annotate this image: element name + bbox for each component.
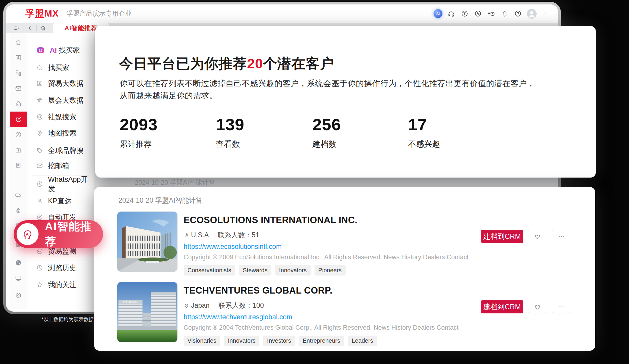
rail-delivery-truck-icon[interactable] — [12, 189, 25, 202]
rail-settings-icon[interactable] — [12, 289, 25, 302]
rail-briefcase-dollar-icon[interactable] — [12, 144, 25, 157]
company-contacts-count: 联系人数：51 — [218, 231, 259, 240]
tag-chip: Pioneers — [314, 265, 346, 276]
rail-whatsapp-icon[interactable] — [12, 256, 25, 269]
company-row[interactable]: OFFICE SIGNTECHVENTURES GLOBAL CORP.Japa… — [117, 282, 571, 344]
translate-icon[interactable] — [460, 9, 469, 18]
icon-rail — [10, 33, 27, 309]
company-actions: 建档到CRM — [481, 300, 571, 313]
tag-chip: Stewards — [239, 265, 271, 276]
crm-button[interactable]: 建档到CRM — [481, 300, 523, 313]
summary-title-suffix: 个潜在客户 — [263, 56, 334, 71]
menu-item-kp-direct[interactable]: KP直达 — [36, 194, 91, 207]
menu-item-global-brand-search[interactable]: 全球品牌搜 — [36, 144, 91, 157]
menu-item-trade-big-data[interactable]: 贸易大数据 — [36, 77, 91, 90]
tag-chip: Leaders — [348, 336, 377, 346]
menu-item-map-search[interactable]: 地图搜索 — [36, 127, 91, 140]
notification-bell-icon[interactable] — [500, 9, 509, 18]
menu-item-social-search[interactable]: 社媒搜索 — [36, 110, 91, 123]
star-icon — [36, 281, 43, 288]
company-copyright: Copyright ® 2009 EcoSolutions Internatio… — [184, 254, 542, 261]
ai-gradient-text: AI — [50, 46, 57, 54]
menu-item-find-buyers-label: 找买家 — [48, 63, 69, 73]
company-website-link[interactable]: https://www.ecosolutionsintl.com — [184, 243, 542, 251]
menu-item-mail-mining-label: 挖邮箱 — [48, 161, 69, 170]
company-country: Japan — [191, 302, 210, 310]
favorite-button[interactable] — [528, 300, 547, 313]
rail-money-bag-icon[interactable] — [12, 204, 25, 217]
recommend-list-card: 2024-10-20 孚盟AI智能计算 ECOSOLUTIONS INTERNA… — [94, 187, 595, 351]
summary-title-prefix: 今日平台已为你推荐 — [119, 56, 247, 71]
tag-chip: Conservationists — [184, 265, 235, 276]
svg-text:OFFICE SIGN: OFFICE SIGN — [123, 301, 138, 303]
rail-shopping-bag-icon[interactable] — [12, 97, 25, 110]
ai-assistant-icon[interactable]: AI — [434, 9, 442, 18]
company-thumbnail[interactable] — [117, 211, 178, 272]
rail-org-chart-icon[interactable] — [12, 67, 25, 80]
more-button[interactable] — [552, 230, 571, 243]
company-account-name: 孚盟产品演示专用企业 — [67, 9, 132, 18]
tag-chip: Entrepreneurs — [299, 336, 344, 346]
stat-label: 建档数 — [312, 139, 341, 149]
company-row[interactable]: ECOSOLUTIONS INTERNATIONAL INC.U.S.A联系人数… — [117, 211, 571, 273]
summary-description: 你可以在推荐列表不断过滤掉自己不感兴趣的客户，系统会基于你的操作行为，个性化推荐… — [120, 78, 537, 102]
company-thumbnail[interactable]: OFFICE SIGN — [117, 282, 178, 342]
stat-block: 139查看数 — [216, 115, 244, 149]
search-icon — [36, 64, 43, 71]
stat-label: 累计推荐 — [120, 139, 158, 149]
marketing-canvas: 孚盟MX 孚盟产品演示专用企业 AI AI智能推荐 AI找买家找买家贸易大数据展… — [0, 0, 629, 364]
menu-divider — [32, 158, 89, 158]
whatsapp-icon[interactable] — [474, 9, 482, 18]
company-tags: VisionariesInnovatorsInvestorsEntreprene… — [184, 336, 542, 346]
app-logo: 孚盟MX — [25, 7, 59, 20]
location-pin-icon — [184, 303, 189, 308]
headset-support-icon[interactable] — [447, 9, 456, 18]
company-name[interactable]: ECOSOLUTIONS INTERNATIONAL INC. — [184, 215, 542, 226]
tabbar-controls — [12, 24, 48, 32]
menu-item-expo-big-data[interactable]: 展会大数据 — [36, 94, 91, 107]
company-country: U.S.A — [191, 231, 209, 239]
back-icon[interactable] — [25, 24, 35, 32]
menu-item-mail-mining[interactable]: 挖邮箱 — [36, 159, 91, 172]
demo-data-footnote: *以上数据均为演示数据 — [41, 316, 94, 323]
menu-item-my-follow-label: 我的关注 — [48, 280, 76, 289]
menu-item-ai-find-buyers[interactable]: AI找买家 — [36, 44, 91, 57]
rail-mail-icon[interactable] — [12, 82, 25, 95]
company-contacts-count: 联系人数：100 — [219, 301, 264, 310]
collapse-sidebar-icon[interactable] — [12, 24, 21, 32]
menu-item-my-follow[interactable]: 我的关注 — [36, 278, 91, 291]
stat-value: 17 — [408, 115, 440, 134]
menu-item-expo-big-data-label: 展会大数据 — [48, 96, 84, 105]
rail-contacts-icon[interactable] — [12, 51, 25, 64]
rail-home-icon[interactable] — [12, 36, 25, 49]
ai-recommend-fab[interactable]: AI AI智能推荐 — [14, 220, 103, 248]
favorite-button[interactable] — [528, 230, 547, 243]
menu-item-map-search-label: 地图搜索 — [48, 128, 76, 138]
menu-item-browse-history[interactable]: 浏览历史 — [36, 261, 91, 274]
company-name[interactable]: TECHVENTURES GLOBAL CORP. — [184, 285, 542, 296]
crm-button[interactable]: 建档到CRM — [481, 230, 523, 243]
more-button[interactable] — [552, 300, 571, 313]
menu-item-find-buyers[interactable]: 找买家 — [36, 61, 91, 74]
sidebar-menu: AI找买家找买家贸易大数据展会大数据社媒搜索地图搜索全球品牌搜挖邮箱WhatsA… — [27, 33, 94, 309]
stat-value: 139 — [216, 115, 244, 134]
help-icon[interactable] — [514, 9, 522, 18]
pin-icon — [36, 130, 43, 137]
avatar[interactable] — [527, 9, 537, 19]
summary-title: 今日平台已为你推荐20个潜在客户 — [119, 54, 334, 73]
topbar-icon-group: AI — [434, 9, 550, 19]
stats-row: 2093累计推荐139查看数256建档数17不感兴趣 — [120, 115, 578, 171]
rail-monitor-icon[interactable] — [12, 272, 25, 285]
profile-menu-chevron-icon[interactable] — [541, 9, 550, 18]
task-history-icon[interactable] — [487, 9, 496, 18]
rail-circle-a-icon[interactable] — [12, 128, 25, 141]
rail-receipt-icon[interactable] — [12, 159, 25, 172]
company-info: TECHVENTURES GLOBAL CORP.Japan联系人数：100ht… — [184, 282, 542, 346]
social-icon — [36, 113, 43, 120]
rail-compass-icon[interactable] — [10, 112, 27, 127]
home-tab-icon[interactable] — [38, 24, 48, 32]
company-website-link[interactable]: https://www.techventuresglobal.com — [184, 313, 542, 321]
mail-icon — [36, 162, 43, 169]
svg-text:AI: AI — [26, 232, 29, 236]
menu-item-whatsapp-dev[interactable]: WhatsApp开发 — [36, 178, 91, 191]
